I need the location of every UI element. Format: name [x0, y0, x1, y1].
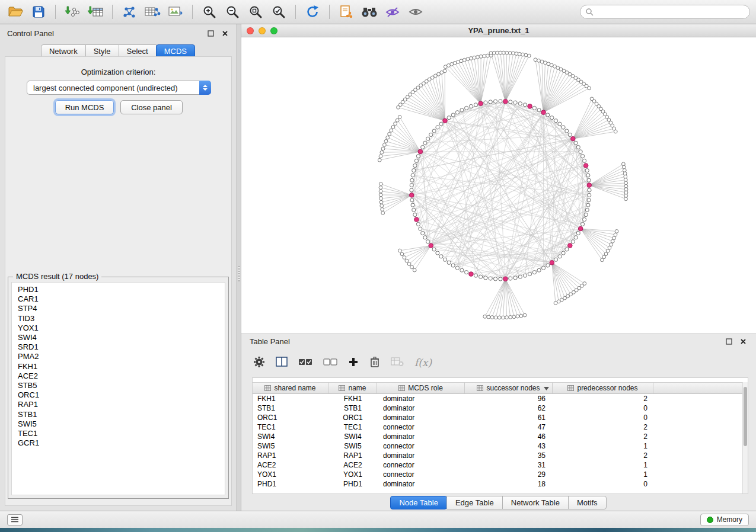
table-cell: connector	[377, 470, 465, 479]
column-type-icon	[264, 385, 271, 391]
table-row[interactable]: ACE2ACE2connector311	[253, 460, 748, 470]
table-row[interactable]: TEC1TEC1connector472	[253, 422, 748, 432]
table-header-row: shared namenameMCDS rolesuccessor nodesp…	[253, 382, 748, 394]
save-button[interactable]	[29, 2, 48, 21]
scrollbar-thumb[interactable]	[744, 387, 747, 446]
table-cell: 2	[553, 394, 653, 403]
gear-icon	[253, 356, 265, 368]
find-button[interactable]	[360, 2, 379, 21]
table-row[interactable]: YOX1YOX1connector291	[253, 470, 748, 479]
column-header-successor-nodes[interactable]: successor nodes	[465, 383, 553, 393]
mcds-result-item[interactable]: YOX1	[18, 323, 225, 333]
mcds-result-list[interactable]: PHD1CAR1STP4TID3YOX1SWI4SRD1PMA2FKH1ACE2…	[11, 282, 225, 495]
zoom-out-button[interactable]	[223, 2, 242, 21]
table-panel: Table Panel f(x) shared namenameMCDS rol…	[241, 334, 756, 511]
table-cell: SWI4	[253, 432, 328, 441]
table-row[interactable]: PHD1PHD1dominator180	[253, 479, 748, 489]
delete-table-button[interactable]	[391, 357, 404, 368]
share-document-button[interactable]	[337, 2, 356, 21]
mcds-result-item[interactable]: PHD1	[18, 285, 225, 294]
refresh-button[interactable]	[303, 2, 322, 21]
mcds-result-title: MCDS result (17 nodes)	[13, 272, 101, 281]
float-window-icon	[726, 338, 732, 345]
column-header-MCDS-role[interactable]: MCDS role	[377, 383, 465, 393]
run-mcds-button[interactable]: Run MCDS	[55, 100, 114, 114]
table-row[interactable]: RAP1RAP1dominator352	[253, 451, 748, 460]
import-network-from-file-button[interactable]	[63, 2, 82, 21]
status-menu-button[interactable]	[7, 514, 23, 525]
float-window-icon	[208, 30, 214, 37]
zoom-in-button[interactable]	[200, 2, 219, 21]
mcds-result-item[interactable]: TID3	[18, 314, 225, 323]
column-header-name[interactable]: name	[328, 383, 377, 393]
select-all-button[interactable]	[298, 358, 312, 368]
table-row[interactable]: SWI5SWI5connector431	[253, 441, 748, 451]
mcds-result-item[interactable]: STB5	[18, 381, 225, 390]
sort-caret-icon	[544, 387, 549, 390]
table-row[interactable]: FKH1FKH1dominator962	[253, 394, 748, 403]
delete-row-button[interactable]	[369, 356, 380, 370]
mcds-result-item[interactable]: ORC1	[18, 390, 225, 400]
tab-node-table[interactable]: Node Table	[390, 496, 447, 509]
float-table-panel-button[interactable]	[724, 337, 733, 347]
table-row[interactable]: STB1STB1dominator620	[253, 403, 748, 413]
column-header-shared-name[interactable]: shared name	[253, 383, 328, 393]
panel-splitter[interactable]	[237, 24, 241, 511]
mcds-result-item[interactable]: STB1	[18, 410, 225, 419]
network-window-titlebar[interactable]: YPA_prune.txt_1	[241, 24, 756, 37]
function-builder-button[interactable]: f(x)	[414, 357, 432, 368]
mcds-result-item[interactable]: CAR1	[18, 294, 225, 304]
column-header-filler	[653, 383, 748, 393]
desktop-background	[0, 528, 756, 532]
binoculars-icon	[361, 6, 378, 18]
table-cell: PHD1	[253, 479, 328, 489]
eye-icon	[409, 7, 423, 17]
tab-edge-table[interactable]: Edge Table	[446, 496, 503, 509]
close-table-panel-button[interactable]	[738, 337, 748, 347]
mcds-result-item[interactable]: SRD1	[18, 342, 225, 352]
table-vertical-scrollbar[interactable]	[742, 382, 748, 493]
show-graphics-button[interactable]	[406, 2, 425, 21]
add-row-button[interactable]	[348, 357, 359, 369]
zoom-out-icon	[225, 5, 240, 19]
network-view-canvas[interactable]	[241, 37, 756, 334]
search-box[interactable]	[580, 5, 750, 19]
table-cell: 2	[553, 432, 653, 441]
zoom-selected-button[interactable]	[269, 2, 288, 21]
mcds-result-item[interactable]: SWI4	[18, 333, 225, 342]
criterion-select[interactable]: largest connected component (undirected)	[27, 81, 211, 95]
deselect-all-button[interactable]	[323, 358, 337, 368]
zoom-fit-button[interactable]	[246, 2, 265, 21]
table-cell: dominator	[377, 432, 465, 441]
mcds-result-item[interactable]: FKH1	[18, 362, 225, 371]
search-input[interactable]	[597, 8, 745, 16]
settings-gear-button[interactable]	[253, 356, 265, 370]
table-row[interactable]: ORC1ORC1dominator610	[253, 413, 748, 422]
memory-button[interactable]: Memory	[700, 514, 749, 526]
mcds-result-item[interactable]: RAP1	[18, 400, 225, 409]
mcds-result-item[interactable]: ACE2	[18, 371, 225, 381]
show-columns-button[interactable]	[276, 357, 288, 368]
hide-annotations-button[interactable]	[383, 2, 402, 21]
close-panel-button[interactable]	[220, 28, 229, 38]
new-network-button[interactable]	[120, 2, 139, 21]
table-cell: 31	[465, 460, 553, 470]
new-network-table-button[interactable]	[143, 2, 162, 21]
open-folder-button[interactable]	[6, 2, 25, 21]
float-panel-button[interactable]	[206, 28, 215, 38]
tab-motifs[interactable]: Motifs	[568, 496, 607, 509]
table-row[interactable]: SWI4SWI4dominator462	[253, 432, 748, 441]
close-panel-button2[interactable]: Close panel	[120, 100, 183, 114]
mcds-result-item[interactable]: SWI5	[18, 419, 225, 429]
tab-network-table[interactable]: Network Table	[502, 496, 569, 509]
column-header-predecessor-nodes[interactable]: predecessor nodes	[553, 383, 653, 393]
export-image-button[interactable]	[166, 2, 185, 21]
table-cell: 0	[553, 479, 653, 489]
mcds-result-item[interactable]: PMA2	[18, 352, 225, 361]
mcds-result-item[interactable]: STP4	[18, 304, 225, 313]
mcds-result-item[interactable]: GCR1	[18, 438, 225, 448]
status-bar: Memory	[0, 511, 756, 528]
mcds-result-item[interactable]: TEC1	[18, 429, 225, 438]
column-header-label: successor nodes	[486, 384, 540, 392]
import-table-from-file-button[interactable]	[86, 2, 105, 21]
